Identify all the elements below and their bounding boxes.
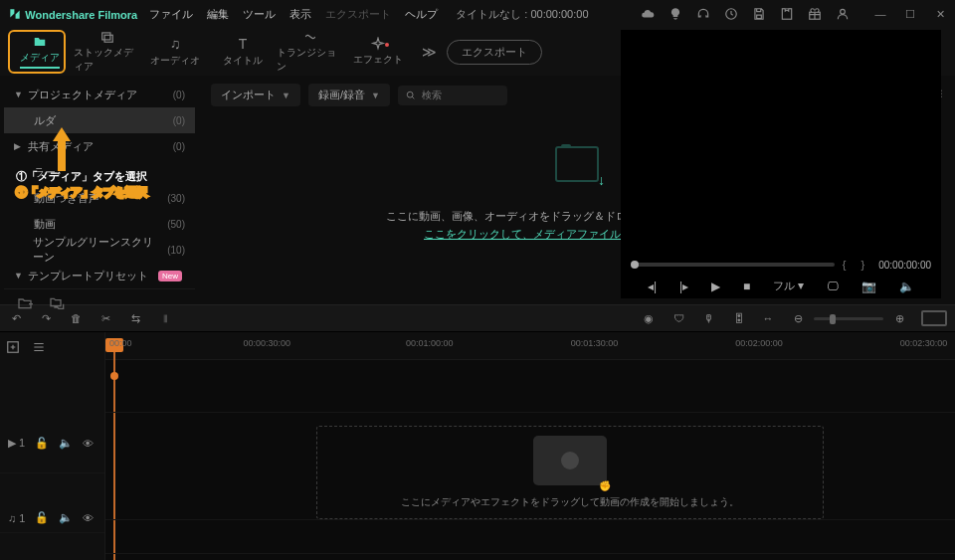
folder-drop-icon: ↓	[555, 146, 599, 182]
zoom-slider[interactable]	[814, 317, 883, 320]
timeline-drop-zone[interactable]: ✊ ここにメディアやエフェクトをドラッグして動画の作成を開始しましょう。	[316, 426, 824, 519]
lock-icon[interactable]: 🔓	[35, 511, 49, 524]
player-controls: { } 00:00:00:00 ◂| |▸ ▶ ■ フル ▾ 🖵 📷 🔈	[621, 253, 941, 298]
sidebar-item-sound[interactable]: 動画つき音声(30)	[4, 185, 195, 211]
playhead-slider[interactable]	[631, 263, 835, 267]
new-badge: New	[158, 271, 182, 281]
sidebar-item-shared[interactable]: ▶共有メディア(0)	[4, 133, 195, 159]
visibility-icon[interactable]: 👁	[83, 512, 94, 524]
marker-button[interactable]: 🛡	[670, 312, 686, 324]
menu-file[interactable]: ファイル	[149, 7, 193, 22]
timeline: ▶ 1 🔓 🔈 👁 ♫ 1 🔓 🔈 👁 00:00 00:00:30:00 00…	[0, 332, 955, 560]
svg-rect-5	[104, 35, 112, 42]
bulb-icon[interactable]	[668, 7, 682, 21]
tabs-more[interactable]: ≫	[422, 44, 437, 60]
menu-export[interactable]: エクスポート	[325, 7, 391, 22]
visibility-icon[interactable]: 👁	[83, 438, 94, 450]
search-icon	[406, 90, 416, 101]
close-icon[interactable]: ✕	[933, 7, 947, 21]
track-menu-button[interactable]	[32, 340, 46, 354]
notification-dot	[385, 43, 389, 47]
nest-folder-icon[interactable]	[48, 295, 64, 311]
adjust-button[interactable]: ⇆	[127, 312, 143, 325]
audio-mixer-button[interactable]: 🎛	[730, 312, 746, 324]
redo-button[interactable]: ↷	[38, 312, 54, 325]
video-track-header[interactable]: ▶ 1 🔓 🔈 👁	[0, 414, 104, 473]
tab-title[interactable]: T タイトル	[209, 30, 277, 74]
lock-icon[interactable]: 🔓	[35, 437, 49, 450]
play-button[interactable]: ▶	[711, 280, 720, 293]
search-field[interactable]	[422, 90, 499, 100]
search-input[interactable]	[398, 86, 507, 105]
svg-point-6	[407, 92, 413, 97]
eye-toggle[interactable]: ◉	[641, 312, 657, 325]
transition-icon	[302, 30, 318, 44]
user-icon[interactable]	[836, 7, 850, 21]
audio-track-label: ♫ 1	[8, 512, 25, 524]
timeline-body[interactable]: 00:00 00:00:30:00 00:01:00:00 00:01:30:0…	[105, 332, 955, 560]
mark-in-out[interactable]: { }	[843, 259, 870, 271]
fit-timeline-button[interactable]	[921, 310, 947, 326]
equalizer-button[interactable]: ⦀	[157, 312, 173, 325]
delete-button[interactable]: 🗑	[68, 312, 84, 324]
export-button[interactable]: エクスポート	[447, 40, 542, 65]
record-button[interactable]: 録画/録音▼	[308, 84, 390, 106]
timeline-placeholder-text: ここにメディアやエフェクトをドラッグして動画の作成を開始しましょう。	[401, 495, 739, 509]
next-frame-button[interactable]: |▸	[679, 280, 688, 293]
import-button[interactable]: インポート▼	[211, 84, 300, 106]
undo-button[interactable]: ↶	[8, 312, 24, 325]
menu-help[interactable]: ヘルプ	[405, 7, 438, 22]
tab-stock[interactable]: ストックメディア	[74, 30, 141, 74]
sidebar-item-project[interactable]: ▼プロジェクトメディア(0)	[4, 82, 195, 107]
tick: 00:00:30:00	[244, 338, 291, 348]
zoom-out-button[interactable]: ⊖	[790, 312, 806, 325]
playhead-marker	[110, 372, 118, 380]
stop-button[interactable]: ■	[743, 280, 750, 293]
music-icon: ♫	[170, 36, 181, 52]
mute-icon[interactable]: 🔈	[59, 511, 73, 524]
volume-button[interactable]: 🔈	[899, 280, 914, 293]
audio-track-header[interactable]: ♫ 1 🔓 🔈 👁	[0, 503, 104, 533]
maximize-icon[interactable]: ☐	[903, 7, 917, 21]
fullscreen-toggle[interactable]: フル ▾	[773, 279, 804, 293]
badge-icon[interactable]	[780, 7, 794, 21]
sidebar-item-video[interactable]: 動画(50)	[4, 211, 195, 237]
tab-effect[interactable]: エフェクト	[344, 30, 412, 74]
tab-audio[interactable]: ♫ オーディオ	[141, 30, 209, 74]
video-track-label: ▶ 1	[8, 437, 25, 450]
placeholder-thumb: ✊	[533, 436, 607, 485]
add-folder-icon[interactable]	[16, 295, 32, 311]
snapshot-button[interactable]: 📷	[861, 280, 876, 293]
gift-icon[interactable]	[808, 7, 822, 21]
tab-media[interactable]: メディア	[6, 30, 74, 74]
display-icon[interactable]: 🖵	[827, 280, 839, 293]
clock-icon[interactable]	[724, 7, 738, 21]
text-icon: T	[239, 36, 248, 52]
tick: 00:00	[109, 338, 132, 348]
mute-icon[interactable]: 🔈	[59, 437, 73, 450]
voice-button[interactable]: 🎙	[700, 312, 716, 324]
sidebar-item-folder[interactable]: ルダ(0)	[4, 107, 195, 133]
cloud-icon[interactable]	[641, 7, 655, 21]
sidebar-item-template[interactable]: ▼テンプレートプリセットNew	[4, 263, 195, 288]
tick: 00:01:30:00	[571, 338, 619, 348]
cursor-icon: ✊	[599, 480, 611, 491]
sidebar-item-greenscreen[interactable]: サンプルグリーンスクリーン(10)	[4, 237, 195, 263]
time-ruler[interactable]: 00:00 00:00:30:00 00:01:00:00 00:01:30:0…	[105, 332, 955, 360]
minimize-icon[interactable]: —	[873, 7, 887, 21]
add-track-button[interactable]	[6, 340, 20, 354]
headset-icon[interactable]	[696, 7, 710, 21]
playhead-line	[113, 352, 115, 560]
menu-tool[interactable]: ツール	[243, 7, 276, 22]
tab-transition[interactable]: トランジション	[277, 30, 344, 74]
save-icon[interactable]	[752, 7, 766, 21]
sidebar-item-color[interactable]: ラー	[4, 159, 195, 185]
duration-button[interactable]: ↔	[760, 312, 776, 324]
menu-view[interactable]: 表示	[289, 7, 311, 22]
menu-edit[interactable]: 編集	[207, 7, 229, 22]
cut-button[interactable]: ✂	[97, 312, 113, 325]
effect-icon	[370, 37, 386, 51]
zoom-in-button[interactable]: ⊕	[891, 312, 907, 325]
prev-frame-button[interactable]: ◂|	[648, 280, 657, 293]
svg-rect-4	[102, 33, 110, 40]
